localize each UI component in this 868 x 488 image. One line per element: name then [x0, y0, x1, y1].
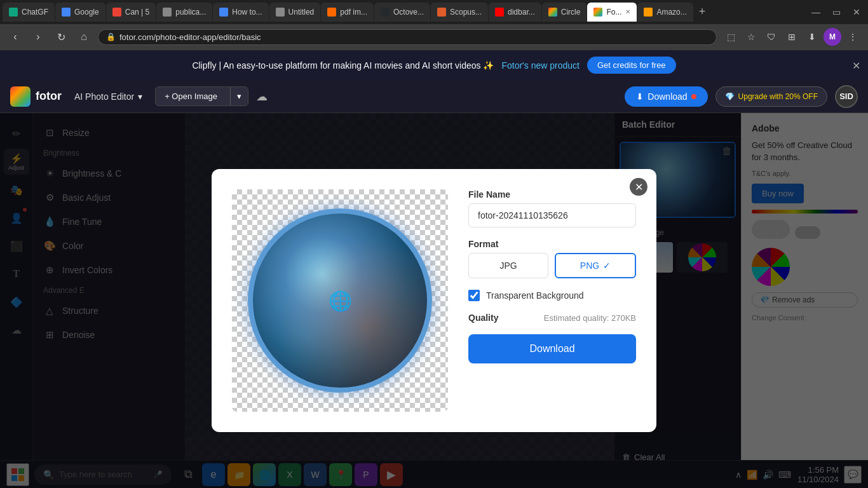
logo-text: fotor [36, 90, 62, 103]
format-section: Format JPG PNG ✓ [468, 239, 636, 278]
browser-toolbar: ‹ › ↻ ⌂ 🔒 ⬚ ☆ 🛡 ⊞ ⬇ M ⋮ [0, 24, 868, 51]
home-button[interactable]: ⌂ [75, 28, 93, 46]
forward-button[interactable]: › [29, 28, 47, 46]
transparent-bg-section: Transparent Background [468, 290, 636, 301]
get-credits-button[interactable]: Get credits for free [587, 57, 676, 74]
tab-fotor[interactable]: Fo... ✕ [587, 3, 637, 22]
download-button[interactable]: ⬇ Download [625, 86, 707, 107]
user-avatar[interactable]: SID [835, 85, 858, 108]
promo-text: Clipfly | An easy-to-use platform for ma… [192, 60, 494, 71]
open-image-dropdown-button[interactable]: ▾ [230, 87, 248, 105]
app-container: fotor AI Photo Editor ▾ + Open Image ▾ ☁… [0, 80, 868, 488]
jpg-format-button[interactable]: JPG [468, 253, 548, 278]
tab-scopus[interactable]: Scopus... [431, 3, 488, 22]
png-format-button[interactable]: PNG ✓ [555, 253, 636, 278]
new-tab-button[interactable]: + [694, 5, 711, 18]
tab-howto[interactable]: How to... [213, 3, 268, 22]
address-input[interactable] [119, 32, 709, 42]
app-logo: fotor [10, 86, 62, 107]
tab-google[interactable]: Google [55, 3, 105, 22]
extensions-button[interactable]: ⊞ [783, 28, 801, 46]
open-image-group: + Open Image ▾ [155, 86, 248, 106]
promo-banner: Clipfly | An easy-to-use platform for ma… [0, 50, 868, 80]
tab-chatgpt[interactable]: ChatGF [3, 3, 55, 22]
open-image-button[interactable]: + Open Image ▾ [155, 86, 248, 106]
tab-amazon[interactable]: Amazo... [637, 3, 693, 22]
cloud-sync-button[interactable]: ☁ [256, 90, 268, 104]
download-icon: ⬇ [636, 92, 644, 102]
app-header: fotor AI Photo Editor ▾ + Open Image ▾ ☁… [0, 80, 868, 113]
file-name-section: File Name [468, 189, 636, 227]
back-button[interactable]: ‹ [6, 28, 24, 46]
tab-untitled[interactable]: Untitled [269, 3, 321, 22]
transparent-bg-checkbox[interactable] [468, 290, 480, 301]
download-modal: ✕ 🌐 [212, 169, 656, 432]
dropdown-arrow-icon: ▾ [138, 92, 142, 102]
tab-octove[interactable]: Octove... [374, 3, 430, 22]
quality-label: Quality [468, 313, 498, 323]
diamond-icon: 💎 [725, 92, 735, 101]
browser-tabs-bar: ChatGF Google Can | 5 publica... How to.… [0, 0, 868, 24]
file-name-label: File Name [468, 189, 636, 200]
tab-can[interactable]: Can | 5 [106, 3, 156, 22]
maximize-button[interactable]: ▭ [827, 3, 845, 21]
tab-didbarn[interactable]: didbar... [489, 3, 541, 22]
main-content: ✏ ⚡ Adjust 🎭 👤 ⬛ T 🔷 ☁ ⊡ Resi [0, 113, 868, 488]
format-label: Format [468, 239, 636, 249]
tab-publica[interactable]: publica... [156, 3, 212, 22]
cast-button[interactable]: ⬚ [722, 28, 740, 46]
quality-section: Quality Estimated quality: 270KB [468, 313, 636, 323]
ai-photo-editor-button[interactable]: AI Photo Editor ▾ [69, 89, 147, 104]
upgrade-button[interactable]: 💎 Upgrade with 20% OFF [715, 86, 827, 107]
address-bar[interactable]: 🔒 [98, 29, 717, 45]
tab-close-fotor[interactable]: ✕ [625, 8, 630, 15]
modal-form: File Name Format JPG PNG ✓ [468, 189, 636, 412]
quality-estimate: Estimated quality: 270KB [544, 313, 636, 323]
modal-overlay: ✕ 🌐 [0, 113, 868, 488]
modal-preview: 🌐 [232, 189, 448, 412]
modal-close-button[interactable]: ✕ [630, 178, 648, 196]
close-banner-button[interactable]: ✕ [852, 59, 860, 71]
profile-button[interactable]: M [824, 28, 841, 46]
png-check-icon: ✓ [603, 261, 611, 271]
transparent-bg-label: Transparent Background [486, 290, 584, 301]
extension-button[interactable]: 🛡 [763, 28, 780, 46]
modal-download-button[interactable]: Download [468, 334, 636, 363]
reload-button[interactable]: ↻ [52, 28, 70, 46]
tab-pdfim[interactable]: pdf im... [321, 3, 374, 22]
quality-row: Quality Estimated quality: 270KB [468, 313, 636, 323]
download-badge [691, 94, 696, 99]
downloads-button[interactable]: ⬇ [803, 28, 821, 46]
minimize-button[interactable]: — [807, 3, 825, 21]
browser-window: ChatGF Google Can | 5 publica... How to.… [0, 0, 868, 488]
format-options: JPG PNG ✓ [468, 253, 636, 278]
lock-icon: 🔒 [106, 32, 116, 41]
bookmark-button[interactable]: ☆ [742, 28, 760, 46]
tab-circle[interactable]: Circle [542, 3, 587, 22]
close-button[interactable]: ✕ [848, 3, 865, 21]
file-name-input[interactable] [468, 203, 636, 227]
browser-menu-button[interactable]: ⋮ [844, 28, 862, 46]
promo-link[interactable]: Fotor's new product [501, 60, 580, 71]
logo-icon [10, 86, 31, 107]
modal-preview-image: 🌐 [232, 189, 448, 412]
